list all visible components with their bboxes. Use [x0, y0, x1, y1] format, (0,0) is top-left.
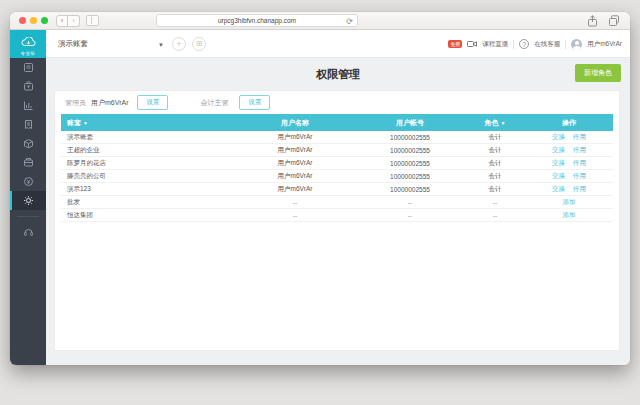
free-badge: 免费	[448, 40, 462, 48]
cell-user-number: 10000002555	[355, 173, 465, 180]
cell-account-set: 恒达集团	[61, 211, 235, 220]
browser-forward-button[interactable]: ›	[68, 15, 80, 27]
cell-role: 会计	[465, 159, 525, 168]
cell-role: 会计	[465, 185, 525, 194]
username[interactable]: 用户m6VrAr	[587, 40, 622, 49]
account-set-selector[interactable]: 演示账套	[58, 30, 166, 58]
cell-user-number: --	[355, 212, 465, 219]
table-row: 批发------添加	[61, 196, 613, 209]
reports-icon	[23, 100, 34, 111]
action-link[interactable]: 停用	[573, 133, 586, 140]
cell-actions: 添加	[525, 211, 613, 220]
apps-grid-button[interactable]: ⊞	[192, 37, 206, 51]
table-row: 王超的企业用户m6VrAr10000002555会计交接停用	[61, 144, 613, 157]
cloud-logo-icon	[21, 37, 36, 47]
cell-user-number: --	[355, 199, 465, 206]
cell-account-set: 陈梦月的花店	[61, 159, 235, 168]
tab-overview-icon[interactable]	[608, 15, 620, 27]
account-set-value: 演示账套	[58, 39, 88, 48]
live-course-link[interactable]: 课程直播	[482, 40, 508, 49]
divider	[565, 40, 566, 49]
sidebar-item-salary[interactable]	[10, 172, 46, 191]
sidebar-item-help[interactable]	[10, 223, 46, 242]
address-bar-url: urpcg3hibfvn.chanapp.com	[218, 17, 296, 24]
admin-username: 用户m6VrAr	[91, 98, 128, 108]
cell-user-number: 10000002555	[355, 160, 465, 167]
action-link[interactable]: 交接	[552, 159, 565, 166]
action-link[interactable]: 交接	[552, 172, 565, 179]
table-row: 演示123用户m6VrAr10000002555会计交接停用	[61, 183, 613, 196]
action-link[interactable]: 停用	[573, 146, 586, 153]
sidebar-nav	[10, 58, 46, 365]
logo-caption: 专业版	[10, 51, 46, 56]
assets-icon	[23, 157, 34, 168]
cell-actions: 交接停用	[525, 133, 613, 142]
cell-role: --	[465, 199, 525, 206]
cell-user-name: --	[235, 212, 355, 219]
admin-settings-button[interactable]: 设置	[137, 95, 168, 110]
cell-actions: 交接停用	[525, 159, 613, 168]
share-icon[interactable]	[587, 15, 598, 27]
action-link[interactable]: 停用	[573, 159, 586, 166]
sidebar-item-cash[interactable]	[10, 77, 46, 96]
action-link[interactable]: 交接	[552, 146, 565, 153]
cell-actions: 交接停用	[525, 172, 613, 181]
add-role-button[interactable]: 新增角色	[575, 64, 621, 82]
cell-user-number: 10000002555	[355, 186, 465, 193]
address-bar[interactable]: urpcg3hibfvn.chanapp.com ⟳	[156, 14, 358, 27]
sidebar-item-invoice[interactable]	[10, 115, 46, 134]
action-link[interactable]: 添加	[563, 198, 576, 205]
action-link[interactable]: 交接	[552, 185, 565, 192]
sidebar-item-inventory[interactable]	[10, 134, 46, 153]
column-header-user-number: 用户帐号	[355, 118, 465, 128]
inventory-icon	[23, 138, 34, 149]
sidebar-item-reports[interactable]	[10, 96, 46, 115]
sidebar-item-assets[interactable]	[10, 153, 46, 172]
help-question-icon: ?	[519, 39, 529, 49]
supervisor-label: 会计主管	[200, 98, 228, 108]
cell-account-set: 批发	[61, 198, 235, 207]
minimize-window-button[interactable]	[30, 17, 37, 24]
refresh-icon[interactable]: ⟳	[346, 16, 353, 27]
sidebar-divider	[17, 216, 39, 217]
chevron-down-icon[interactable]: ▼	[158, 42, 164, 48]
add-account-set-button[interactable]: +	[172, 37, 186, 51]
column-header-user-name: 用户名称	[235, 118, 355, 128]
cell-account-set: 滕亮亮的公司	[61, 172, 235, 181]
browser-titlebar: ‹ › urpcg3hibfvn.chanapp.com ⟳	[10, 12, 630, 30]
video-camera-icon	[467, 40, 477, 48]
cell-user-number: 10000002555	[355, 147, 465, 154]
sort-caret-icon[interactable]: ▼	[83, 120, 88, 126]
browser-sidebar-toggle[interactable]	[86, 15, 99, 26]
cell-user-number: 10000002555	[355, 134, 465, 141]
app-logo[interactable]: 专业版	[10, 30, 46, 58]
column-header-role[interactable]: 角色▼	[465, 118, 525, 128]
action-link[interactable]: 交接	[552, 133, 565, 140]
online-support-link[interactable]: 在线客服	[534, 40, 560, 49]
role-settings-row: 管理员 用户m6VrAr 设置 会计主管 设置	[55, 91, 619, 114]
action-link[interactable]: 停用	[573, 185, 586, 192]
cell-account-set: 演示账套	[61, 133, 235, 142]
avatar[interactable]	[571, 39, 582, 50]
sidebar-item-ledger[interactable]	[10, 58, 46, 77]
salary-icon	[23, 176, 34, 187]
table-header-row: 账套▼用户名称用户帐号角色▼操作	[61, 114, 613, 131]
cell-user-name: 用户m6VrAr	[235, 146, 355, 155]
cell-user-name: 用户m6VrAr	[235, 133, 355, 142]
cell-actions: 添加	[525, 198, 613, 207]
divider	[513, 40, 514, 49]
browser-window: ‹ › urpcg3hibfvn.chanapp.com ⟳	[10, 12, 630, 365]
sort-caret-icon[interactable]: ▼	[501, 120, 506, 126]
zoom-window-button[interactable]	[41, 17, 48, 24]
cell-account-set: 王超的企业	[61, 146, 235, 155]
column-header-actions: 操作	[525, 118, 613, 128]
column-header-account-set[interactable]: 账套▼	[61, 118, 235, 128]
action-link[interactable]: 停用	[573, 172, 586, 179]
cell-actions: 交接停用	[525, 185, 613, 194]
close-window-button[interactable]	[19, 17, 26, 24]
browser-back-button[interactable]: ‹	[56, 15, 68, 27]
supervisor-settings-button[interactable]: 设置	[239, 95, 270, 110]
action-link[interactable]: 添加	[563, 211, 576, 218]
sidebar-item-settings[interactable]	[10, 191, 46, 210]
settings-gear-icon	[23, 195, 34, 206]
